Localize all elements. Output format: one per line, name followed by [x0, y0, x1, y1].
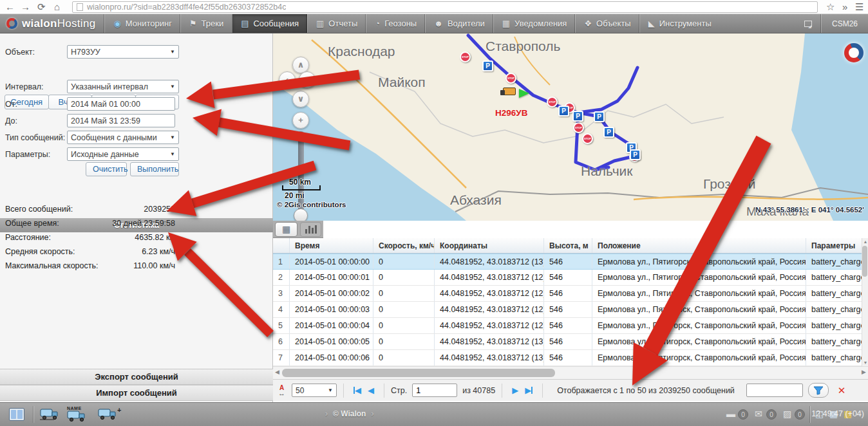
home-icon[interactable]: ⌂	[54, 0, 60, 14]
tab-messages[interactable]: ▤Сообщения	[232, 14, 307, 33]
overflow-icon[interactable]: »	[842, 0, 847, 14]
address-bar[interactable]: wialonpro.ru/?sid=ab2283dff4fe42f55db263…	[72, 1, 818, 13]
vertical-scroll-thumb[interactable]	[862, 246, 867, 277]
col-header-num[interactable]	[273, 238, 290, 253]
clear-filter-icon[interactable]: ✕	[838, 385, 846, 396]
interval-select[interactable]: Указанный интервал▼	[67, 80, 179, 93]
parking-marker[interactable]: P	[572, 111, 583, 122]
col-header-speed[interactable]: Скорость, км/ч	[373, 238, 435, 253]
wialon-copyright-link[interactable]: © Wialon	[333, 409, 366, 418]
pagination-bar: A↔ 50▼ ◀ ◀ Стр. из 40785 ▶ ▶ Отображаетс…	[273, 379, 868, 401]
table-row[interactable]: 32014-05-01 00:00:02044.0481952, 43.0183…	[273, 286, 862, 302]
table-view-button[interactable]: ▦	[275, 222, 297, 237]
parking-marker[interactable]: P	[603, 127, 614, 138]
tab-monitoring[interactable]: ◉Мониторинг	[104, 14, 180, 33]
bookmark-star-icon[interactable]: ☆	[826, 0, 835, 14]
unit-truck-icon[interactable]	[503, 88, 516, 95]
col-header-altitude[interactable]: Высота, м	[544, 238, 592, 253]
execute-button[interactable]: Выполнить	[130, 162, 179, 176]
tab-units[interactable]: ❖Объекты	[575, 14, 639, 33]
page-size-select[interactable]: 50▼	[292, 384, 337, 397]
stop-marker[interactable]: STOP	[505, 73, 516, 84]
back-icon[interactable]: ←	[5, 0, 15, 14]
user-menu[interactable]: CSM26	[821, 14, 868, 33]
forward-icon[interactable]: →	[21, 0, 30, 14]
photos-counter-icon[interactable]: ▨	[783, 409, 791, 419]
tab-tracks[interactable]: ⚑Треки	[180, 14, 232, 33]
tab-notifications[interactable]: ▦Уведомления	[493, 14, 576, 33]
globe-icon: ◉	[113, 19, 120, 28]
tab-drivers[interactable]: ☻Водители	[425, 14, 493, 33]
scroll-right-icon[interactable]: ▶	[862, 369, 866, 375]
messages-counter-icon[interactable]: ▬	[726, 409, 735, 419]
table-row[interactable]: 42014-05-01 00:00:03044.0481952, 43.0183…	[273, 302, 862, 318]
horizontal-scroll-thumb[interactable]	[282, 369, 555, 377]
messages-table-header: Время Скорость, км/ч Координаты Высота, …	[273, 238, 862, 254]
scroll-down-icon[interactable]: ▼	[862, 360, 868, 365]
col-header-coordinates[interactable]: Координаты	[435, 238, 544, 253]
clear-button[interactable]: Очистить	[86, 162, 127, 176]
tab-tools[interactable]: ◣Инструменты	[639, 14, 720, 33]
export-messages-button[interactable]: Экспорт сообщений	[0, 369, 273, 385]
params-label: Параметры:	[5, 150, 50, 159]
stat-value: 30 дней 23:59:58	[67, 219, 175, 228]
horizontal-scrollbar[interactable]: ◀ ▶	[273, 366, 868, 379]
tab-reports[interactable]: ▥Отчеты	[307, 14, 366, 33]
parking-marker[interactable]: P	[594, 111, 605, 122]
menu-icon[interactable]: ☰	[855, 0, 863, 14]
to-date-input[interactable]	[67, 114, 175, 127]
monitoring-trucks-button[interactable]	[40, 407, 59, 422]
add-unit-button[interactable]	[98, 407, 117, 422]
last-page-button[interactable]: ▶	[525, 385, 533, 395]
unit-direction-arrow	[519, 89, 529, 98]
params-select[interactable]: Исходные данные▼	[67, 147, 179, 161]
pan-left-button[interactable]: ‹	[279, 71, 296, 88]
stop-marker[interactable]: STOP	[547, 97, 558, 107]
autofit-columns-button[interactable]: A↔	[278, 385, 285, 396]
table-row[interactable]: 12014-05-01 00:00:00044.0481952, 43.0183…	[273, 254, 862, 270]
popout-icon[interactable]	[804, 21, 812, 27]
table-row[interactable]: 52014-05-01 00:00:04044.0481952, 43.0183…	[273, 318, 862, 334]
scale-bar-km	[282, 185, 321, 190]
next-page-button[interactable]: ▶	[512, 385, 518, 395]
zoom-slider-handle[interactable]	[294, 208, 308, 221]
first-page-button[interactable]: ◀	[354, 385, 361, 395]
bottom-status-bar: NAME + ›© Wialon› ▬ 0 ✉ 0 ▨ 0 ◫ ▦ ▩ 12:4…	[0, 402, 868, 426]
col-header-params[interactable]: Параметры	[806, 238, 862, 253]
stat-label: Средняя скорость:	[5, 247, 75, 256]
col-header-time[interactable]: Время	[290, 238, 373, 253]
map-canvas[interactable]: Краснодар Ставрополь Майкоп Нальчик Абха…	[273, 33, 868, 221]
parking-marker[interactable]: P	[558, 106, 569, 116]
filter-input[interactable]	[746, 384, 803, 397]
parking-marker[interactable]: P	[630, 149, 641, 160]
pan-down-button[interactable]: ∨	[292, 91, 309, 107]
tools-icon: ◣	[648, 19, 655, 28]
filter-button[interactable]	[808, 383, 829, 398]
from-date-input[interactable]	[67, 97, 175, 111]
stop-marker[interactable]: STOP	[582, 133, 593, 144]
zoom-in-button[interactable]: +	[292, 112, 309, 129]
scroll-up-icon[interactable]: ▲	[862, 239, 868, 244]
scroll-left-icon[interactable]: ◀	[275, 369, 279, 375]
import-messages-button[interactable]: Импорт сообщений	[0, 385, 273, 401]
reload-icon[interactable]: ⟳	[37, 0, 46, 14]
stop-marker[interactable]: STOP	[460, 51, 471, 62]
chart-view-button[interactable]	[300, 222, 321, 237]
page-number-input[interactable]	[412, 384, 457, 397]
table-row[interactable]: 72014-05-01 00:00:06044.0481952, 43.0183…	[273, 350, 862, 366]
app-window: ← → ⟳ ⌂ wialonpro.ru/?sid=ab2283dff4fe42…	[0, 0, 868, 426]
panel-toggle-button[interactable]	[9, 408, 24, 421]
object-select[interactable]: Н793УУ▼	[67, 45, 179, 59]
unit-names-button[interactable]	[67, 409, 86, 424]
col-header-location[interactable]: Положение	[592, 238, 806, 253]
parking-marker[interactable]: P	[482, 60, 493, 71]
tab-geofences[interactable]: ◔Геозоны	[366, 14, 425, 33]
events-counter-icon[interactable]: ✉	[755, 409, 762, 419]
prev-page-button[interactable]: ◀	[368, 385, 374, 395]
message-type-select[interactable]: Сообщения с данными▼	[67, 131, 179, 144]
table-row[interactable]: 22014-05-01 00:00:01044.0481952, 43.0183…	[273, 270, 862, 286]
table-row[interactable]: 62014-05-01 00:00:05044.0481952, 43.0183…	[273, 334, 862, 350]
pan-right-button[interactable]: ›	[299, 71, 316, 88]
truck-icon	[98, 407, 117, 420]
stop-marker[interactable]: STOP	[573, 122, 584, 133]
